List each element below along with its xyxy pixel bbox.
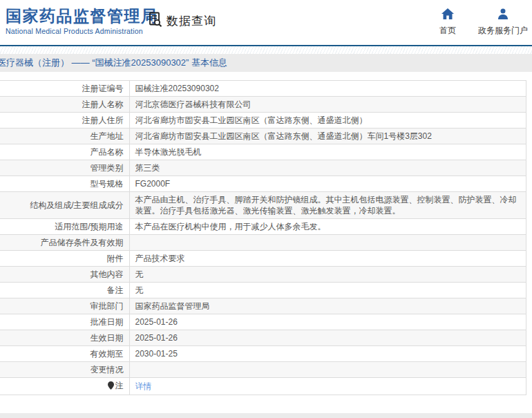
row-label-text: 产品名称 — [91, 147, 124, 157]
table-row: 附件 产品技术要求 — [0, 251, 526, 267]
detail-link[interactable]: 详情 — [135, 381, 152, 391]
table-row: 结构及组成/主要组成成分 本产品由主机、治疗手具、脚踏开关和防护镜组成。其中主机… — [0, 192, 526, 219]
info-table-body: 注册证编号 国械注准20253090302 注册人名称 河北京德医疗器械科技有限… — [0, 81, 526, 395]
row-label-text: 型号规格 — [91, 179, 124, 189]
row-label: 备注 — [0, 283, 129, 298]
row-label-text: 有效期至 — [91, 349, 124, 359]
row-value: FG2000F — [129, 176, 526, 192]
row-label-text: 审批部门 — [91, 301, 124, 311]
row-label-text: 变更情况 — [91, 365, 124, 374]
table-row: 其他内容 无 — [0, 267, 526, 283]
row-value: 国家药品监督管理局 — [129, 298, 526, 314]
row-label-text: 生产地址 — [91, 131, 124, 141]
nmpa-logo[interactable]: 国家药品监督管理局 National Medical Products Admi… — [6, 8, 158, 35]
row-label-text: 结构及组成/主要组成成分 — [30, 200, 123, 210]
detail-table-container: 注册证编号 国械注准20253090302 注册人名称 河北京德医疗器械科技有限… — [0, 80, 526, 395]
row-label-text: 批准日期 — [91, 317, 124, 327]
nav-portal-label: 政务服务门户 — [478, 25, 528, 37]
logo-title-cn: 国家药品监督管理局 — [6, 8, 158, 25]
row-value: 2025-01-26 — [129, 314, 526, 330]
table-row: 审批部门 国家药品监督管理局 — [0, 298, 526, 314]
data-query-section[interactable]: 数据查询 — [147, 11, 216, 30]
row-label-text: 注册人名称 — [82, 99, 124, 109]
row-label: 注册证编号 — [0, 81, 129, 97]
row-value — [129, 235, 526, 251]
footer-strip — [0, 413, 532, 418]
row-value: 2025-01-26 — [129, 330, 526, 346]
row-label: 型号规格 — [0, 176, 129, 192]
table-row: 管理类别 第三类 — [0, 160, 526, 176]
table-row: 变更情况 — [0, 362, 526, 378]
table-row: 生效日期 2025-01-26 — [0, 330, 526, 346]
row-value: 无 — [129, 283, 526, 298]
row-label-text: 适用范围/预期用途 — [55, 222, 123, 231]
table-row: 注册人住所 河北省廊坊市固安县工业园区南区（富达路东侧、通盛道北侧） — [0, 113, 526, 129]
row-label-text: 管理类别 — [91, 163, 124, 173]
row-value: 第三类 — [129, 160, 526, 176]
nav-home-label: 首页 — [439, 25, 456, 37]
row-label: 有效期至 — [0, 346, 129, 362]
row-label: 附件 — [0, 251, 129, 267]
row-label: 生产地址 — [0, 129, 129, 144]
row-value: 无 — [129, 267, 526, 283]
nav-portal[interactable]: 政务服务门户 — [478, 8, 528, 37]
stripe-band — [0, 46, 532, 54]
header: 国家药品监督管理局 National Medical Products Admi… — [0, 0, 532, 45]
table-row: 注 详情 — [0, 378, 526, 395]
header-nav: 首页 政务服务门户 — [439, 8, 528, 37]
row-label: 产品名称 — [0, 144, 129, 160]
document-search-icon — [147, 11, 164, 30]
breadcrumb: 医疗器械（注册） —— “国械注准20253090302” 基本信息 — [0, 57, 227, 69]
row-label: 审批部门 — [0, 298, 129, 314]
table-row: 适用范围/预期用途 本产品在医疗机构中使用，用于减少人体多余毛发。 — [0, 219, 526, 235]
user-icon — [497, 8, 509, 22]
row-value: 本产品由主机、治疗手具、脚踏开关和防护镜组成。其中主机包括电源装置、控制装置、防… — [129, 192, 526, 219]
row-value: 产品技术要求 — [129, 251, 526, 267]
row-label-text: 产品储存条件及有效期 — [41, 238, 124, 247]
row-value: 半导体激光脱毛机 — [129, 144, 526, 160]
registration-info-table: 注册证编号 国械注准20253090302 注册人名称 河北京德医疗器械科技有限… — [0, 80, 526, 395]
row-label-text: 注 — [115, 381, 124, 390]
row-label: 生效日期 — [0, 330, 129, 346]
note-pin-icon — [108, 381, 114, 392]
table-row: 产品名称 半导体激光脱毛机 — [0, 144, 526, 160]
table-row: 注册证编号 国械注准20253090302 — [0, 81, 526, 97]
table-row: 有效期至 2030-01-25 — [0, 346, 526, 362]
row-label: 变更情况 — [0, 362, 129, 378]
row-label-text: 注册证编号 — [82, 84, 124, 93]
row-value: 河北京德医疗器械科技有限公司 — [129, 97, 526, 113]
row-label: 管理类别 — [0, 160, 129, 176]
row-label: 产品储存条件及有效期 — [0, 235, 129, 251]
row-label: 其他内容 — [0, 267, 129, 283]
row-value: 河北省廊坊市固安县工业园区南区（富达路东侧、通盛道北侧）车间1号楼3层302 — [129, 129, 526, 144]
row-label-text: 生效日期 — [91, 333, 124, 343]
row-value — [129, 362, 526, 378]
row-label: 批准日期 — [0, 314, 129, 330]
nav-home[interactable]: 首页 — [439, 8, 456, 37]
data-query-label: 数据查询 — [167, 13, 216, 29]
row-label: 结构及组成/主要组成成分 — [0, 192, 129, 219]
row-label: 注册人名称 — [0, 97, 129, 113]
row-label-text: 备注 — [107, 285, 124, 295]
row-value: 详情 — [129, 378, 526, 395]
row-label-text: 其他内容 — [91, 269, 124, 279]
logo-title-en: National Medical Products Administration — [6, 27, 158, 35]
row-label: 适用范围/预期用途 — [0, 219, 129, 235]
row-label-text: 附件 — [107, 254, 124, 263]
table-row: 产品储存条件及有效期 — [0, 235, 526, 251]
row-value: 本产品在医疗机构中使用，用于减少人体多余毛发。 — [129, 219, 526, 235]
breadcrumb-bar: 医疗器械（注册） —— “国械注准20253090302” 基本信息 — [0, 54, 532, 72]
home-icon — [441, 8, 454, 22]
row-label: 注册人住所 — [0, 113, 129, 129]
row-value: 国械注准20253090302 — [129, 81, 526, 97]
table-row: 备注 无 — [0, 283, 526, 298]
row-label: 注 — [0, 378, 129, 395]
row-label-text: 注册人住所 — [82, 115, 124, 125]
table-row: 型号规格 FG2000F — [0, 176, 526, 192]
table-row: 批准日期 2025-01-26 — [0, 314, 526, 330]
row-value: 2030-01-25 — [129, 346, 526, 362]
row-value: 河北省廊坊市固安县工业园区南区（富达路东侧、通盛道北侧） — [129, 113, 526, 129]
table-row: 注册人名称 河北京德医疗器械科技有限公司 — [0, 97, 526, 113]
table-row: 生产地址 河北省廊坊市固安县工业园区南区（富达路东侧、通盛道北侧）车间1号楼3层… — [0, 129, 526, 144]
